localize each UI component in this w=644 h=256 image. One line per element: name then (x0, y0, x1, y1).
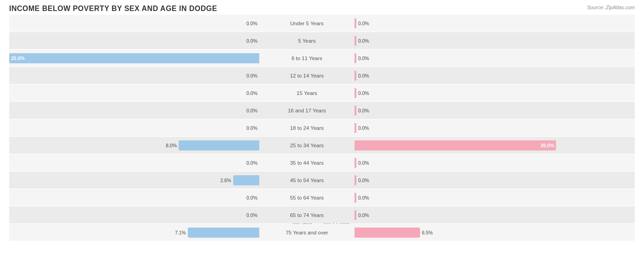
right-section: 0.0% (353, 15, 605, 32)
right-section: 0.0% (353, 67, 605, 84)
right-section: 20.0% (353, 137, 605, 154)
age-label: 15 Years (261, 90, 353, 96)
age-label: 6 to 11 Years (261, 56, 353, 61)
chart-row: 7.1%75 Years and over6.5% (9, 224, 635, 241)
female-bar (355, 228, 420, 238)
female-value: 0.0% (358, 73, 369, 78)
chart-row: 0.0%12 to 14 Years0.0% (9, 67, 635, 84)
female-bar (355, 210, 356, 220)
female-value: 6.5% (422, 230, 433, 235)
female-value: 0.0% (358, 178, 369, 183)
male-value: 2.6% (220, 178, 231, 183)
right-section: 0.0% (353, 154, 605, 171)
male-bar: 25.0% (9, 53, 259, 63)
chart-row: 2.6%45 to 54 Years0.0% (9, 172, 635, 189)
female-bar (355, 106, 356, 116)
male-value: 0.0% (246, 125, 257, 131)
female-bar (355, 123, 356, 133)
left-section: 0.0% (9, 189, 261, 206)
right-section: 0.0% (353, 50, 605, 67)
age-label: 12 to 14 Years (261, 73, 353, 78)
age-label: 55 to 64 Years (261, 195, 353, 200)
right-section: 0.0% (353, 206, 605, 223)
chart-row: 0.0%35 to 44 Years0.0% (9, 154, 635, 171)
female-bar (355, 175, 356, 185)
right-section: 0.0% (353, 119, 605, 136)
left-section: 7.1% (9, 224, 261, 241)
chart-title: INCOME BELOW POVERTY BY SEX AND AGE IN D… (9, 5, 635, 13)
age-label: Under 5 Years (261, 21, 353, 26)
male-value: 0.0% (246, 90, 257, 96)
left-section: 25.0% (9, 50, 261, 67)
chart-row: 0.0%Under 5 Years0.0% (9, 15, 635, 32)
left-section: 0.0% (9, 154, 261, 171)
female-bar (355, 193, 356, 203)
male-value: 0.0% (246, 212, 257, 218)
female-value: 0.0% (358, 21, 369, 26)
female-value: 0.0% (358, 108, 369, 113)
chart-container: INCOME BELOW POVERTY BY SEX AND AGE IN D… (0, 0, 644, 256)
female-value: 0.0% (358, 125, 369, 131)
chart-row: 25.0%6 to 11 Years0.0% (9, 50, 635, 67)
chart-row: 0.0%5 Years0.0% (9, 32, 635, 49)
female-bar (355, 158, 356, 168)
male-value: 0.0% (246, 73, 257, 78)
right-section: 6.5% (353, 224, 605, 241)
chart-row: 0.0%16 and 17 Years0.0% (9, 102, 635, 119)
right-section: 0.0% (353, 84, 605, 101)
left-section: 0.0% (9, 119, 261, 136)
female-value: 0.0% (358, 56, 369, 61)
right-section: 0.0% (353, 189, 605, 206)
female-bar (355, 88, 356, 98)
male-value: 0.0% (246, 21, 257, 26)
left-section: 0.0% (9, 84, 261, 101)
age-label: 65 to 74 Years (261, 212, 353, 218)
chart-row: 8.0%25 to 34 Years20.0% (9, 137, 635, 154)
chart-row: 0.0%55 to 64 Years0.0% (9, 189, 635, 206)
right-section: 0.0% (353, 172, 605, 189)
age-label: 18 to 24 Years (261, 125, 353, 131)
female-bar: 20.0% (355, 140, 556, 150)
left-section: 0.0% (9, 206, 261, 223)
male-value: 0.0% (246, 195, 257, 200)
left-section: 0.0% (9, 32, 261, 49)
female-bar (355, 18, 356, 28)
male-value: 8.0% (166, 143, 177, 148)
age-label: 45 to 54 Years (261, 178, 353, 183)
left-section: 0.0% (9, 15, 261, 32)
female-value: 20.0% (540, 143, 554, 148)
left-section: 0.0% (9, 67, 261, 84)
female-bar (355, 71, 356, 81)
chart-row: 0.0%15 Years0.0% (9, 84, 635, 101)
chart-row: 0.0%65 to 74 Years0.0% (9, 206, 635, 223)
male-value: 25.0% (11, 56, 25, 61)
age-label: 5 Years (261, 38, 353, 44)
chart-row: 0.0%18 to 24 Years0.0% (9, 119, 635, 136)
age-label: 25 to 34 Years (261, 143, 353, 148)
left-section: 8.0% (9, 137, 261, 154)
male-value: 0.0% (246, 108, 257, 113)
chart-area: 0.0%Under 5 Years0.0%0.0%5 Years0.0%25.0… (9, 15, 635, 217)
age-label: 35 to 44 Years (261, 160, 353, 166)
male-value: 0.0% (246, 160, 257, 166)
female-value: 0.0% (358, 160, 369, 166)
source-text: Source: ZipAtlas.com (587, 5, 635, 10)
male-bar (188, 228, 259, 238)
female-value: 0.0% (358, 212, 369, 218)
female-value: 0.0% (358, 195, 369, 200)
left-section: 0.0% (9, 102, 261, 119)
male-bar (179, 140, 259, 150)
male-value: 7.1% (175, 230, 186, 235)
left-section: 2.6% (9, 172, 261, 189)
male-value: 0.0% (246, 38, 257, 44)
right-section: 0.0% (353, 32, 605, 49)
right-section: 0.0% (353, 102, 605, 119)
female-value: 0.0% (358, 90, 369, 96)
age-label: 75 Years and over (261, 230, 353, 235)
age-label: 16 and 17 Years (261, 108, 353, 113)
female-value: 0.0% (358, 38, 369, 44)
male-bar (233, 175, 259, 185)
female-bar (355, 53, 356, 63)
female-bar (355, 36, 356, 46)
